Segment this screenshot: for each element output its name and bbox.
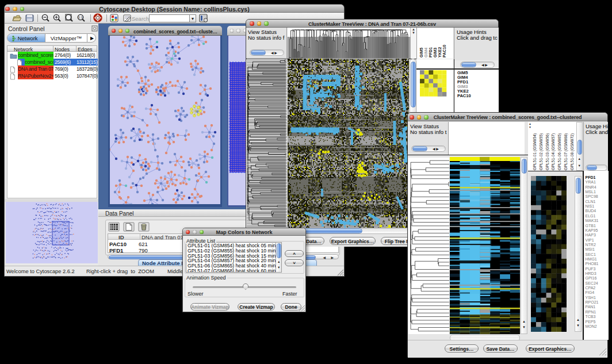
svg-text:1:1: 1:1 <box>79 16 83 19</box>
